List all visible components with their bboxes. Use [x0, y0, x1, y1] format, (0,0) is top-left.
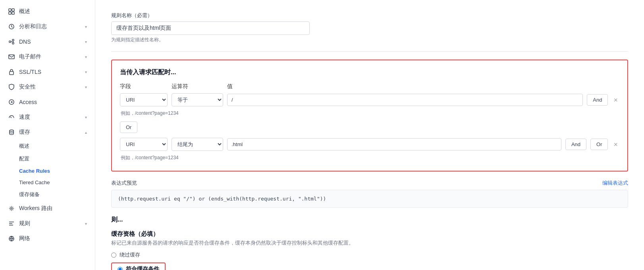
condition2-and-button[interactable]: And: [565, 139, 586, 150]
expression-label: 表达式预览: [111, 179, 137, 187]
condition-column-headers: 字段 运算符 值: [120, 83, 619, 90]
svg-point-12: [11, 208, 12, 209]
sidebar-item-dns[interactable]: DNS ▾: [0, 34, 95, 49]
condition1-value-input[interactable]: [227, 94, 583, 106]
sidebar-item-speed[interactable]: 速度 ▾: [0, 110, 95, 125]
network-icon: [8, 38, 15, 45]
or-separator: Or: [120, 122, 619, 133]
condition2-operator-select[interactable]: 等于 不等于 包含 不包含 结尾为 开头为 匹配正则表达式: [172, 138, 223, 151]
svg-rect-3: [12, 12, 14, 14]
rule-name-section: 规则名称（必需） 为规则指定描述性名称。: [111, 12, 628, 43]
then-title: 则...: [111, 216, 628, 224]
rule-name-hint: 为规则指定描述性名称。: [111, 37, 628, 43]
main-content: 规则名称（必需） 为规则指定描述性名称。 当传入请求匹配时... 字段 运算符 …: [95, 0, 644, 270]
network2-icon: [8, 235, 15, 242]
condition-row-2: URI URI Full 主机名 IP 来源 SSL/HTTPS 等于 不等于 …: [120, 138, 619, 151]
sidebar-item-label: 电子邮件: [19, 53, 41, 60]
svg-point-11: [10, 130, 13, 131]
field-column-header: 字段: [120, 83, 168, 90]
sidebar-item-label: 概述: [19, 8, 30, 15]
bypass-cache-label[interactable]: 绕过缓存: [120, 251, 140, 258]
sidebar-item-email[interactable]: 电子邮件 ▾: [0, 49, 95, 64]
eligible-cache-option-highlighted: 符合缓存条件: [111, 262, 628, 270]
then-section: 则... 缓存资格（必填） 标记已来自源服务器的请求的响应是否符合缓存条件，缓存…: [111, 216, 628, 270]
sidebar-sub-item-cache-config[interactable]: 配置: [19, 152, 95, 165]
condition1-and-button[interactable]: And: [587, 94, 608, 106]
sidebar-item-workers[interactable]: Workers 路由: [0, 201, 95, 216]
svg-rect-0: [9, 9, 11, 11]
chevron-down-icon: ▾: [85, 55, 87, 59]
chevron-down-icon: ▾: [85, 70, 87, 74]
chevron-down-icon: ▾: [85, 222, 87, 226]
expression-box: (http.request.uri eq "/") or (ends_with(…: [111, 190, 628, 208]
eligible-cache-radio[interactable]: [118, 267, 123, 270]
condition2-value-input[interactable]: [227, 138, 561, 150]
chevron-down-icon: ▾: [85, 85, 87, 89]
rules-icon: [8, 220, 15, 227]
expression-preview-section: 表达式预览 编辑表达式 (http.request.uri eq "/") or…: [111, 179, 628, 208]
chevron-down-icon: ▾: [85, 40, 87, 44]
svg-rect-2: [9, 12, 11, 14]
svg-rect-1: [12, 9, 14, 11]
svg-rect-5: [9, 41, 11, 42]
or-button[interactable]: Or: [120, 122, 137, 133]
condition-row-1: URI URI Full 主机名 IP 来源 SSL/HTTPS 等于 不等于 …: [120, 93, 619, 106]
condition1-hint: 例如，/content?page=1234: [120, 110, 619, 117]
arrow-icon: [8, 98, 15, 106]
chart-icon: [8, 23, 15, 30]
sidebar-item-analytics[interactable]: 分析和日志 ▾: [0, 19, 95, 34]
cache-submenu: 概述 配置 Cache Rules Tiered Cache 缓存储备: [0, 140, 95, 201]
sidebar-item-ssl[interactable]: SSL/TLS ▾: [0, 64, 95, 79]
sidebar-item-label: Workers 路由: [19, 205, 52, 212]
speed-icon: [8, 114, 15, 121]
section-divider: [111, 51, 628, 52]
match-section-title: 当传入请求匹配时...: [120, 68, 619, 77]
sidebar-item-label: DNS: [19, 39, 31, 45]
sidebar-sub-item-cache-overview[interactable]: 概述: [19, 140, 95, 152]
sidebar-sub-item-cache-rules[interactable]: Cache Rules: [19, 165, 95, 177]
sidebar-sub-item-cache-storage[interactable]: 缓存储备: [19, 188, 95, 201]
lock-icon: [8, 68, 15, 75]
sidebar-item-access[interactable]: Access: [0, 94, 95, 110]
chevron-down-icon: ▾: [85, 25, 87, 29]
value-column-header: 值: [227, 83, 619, 90]
sidebar-item-label: 缓存: [19, 129, 30, 136]
email-icon: [8, 53, 15, 60]
edit-expression-link[interactable]: 编辑表达式: [602, 179, 628, 187]
condition2-field-select[interactable]: URI URI Full 主机名 IP 来源 SSL/HTTPS: [120, 138, 168, 151]
condition2-or-button[interactable]: Or: [590, 139, 608, 150]
workers-icon: [8, 205, 15, 212]
sidebar-item-label: 速度: [19, 114, 30, 121]
cache-eligibility-section: 缓存资格（必填） 标记已来自源服务器的请求的响应是否符合缓存条件，缓存本身仍然取…: [111, 230, 628, 270]
chevron-up-icon: ▴: [85, 130, 87, 135]
svg-rect-6: [12, 39, 14, 41]
sidebar-item-security[interactable]: 安全性 ▾: [0, 79, 95, 94]
svg-rect-9: [10, 71, 13, 75]
sidebar-item-overview[interactable]: 概述: [0, 4, 95, 19]
sidebar-item-rules[interactable]: 规则 ▾: [0, 216, 95, 231]
shield-icon: [8, 83, 15, 91]
condition1-operator-select[interactable]: 等于 不等于 包含 不包含 结尾为 开头为 匹配正则表达式: [172, 93, 223, 106]
svg-rect-7: [12, 42, 14, 44]
condition1-field-select[interactable]: URI URI Full 主机名 IP 来源 SSL/HTTPS: [120, 93, 168, 106]
grid-icon: [8, 8, 15, 15]
sidebar: 概述 分析和日志 ▾ DNS ▾ 电子邮件 ▾: [0, 0, 95, 270]
rule-name-label: 规则名称（必需）: [111, 12, 628, 19]
condition2-remove-button[interactable]: ×: [612, 140, 619, 149]
condition1-remove-button[interactable]: ×: [612, 96, 619, 104]
eligible-cache-label[interactable]: 符合缓存条件: [126, 266, 159, 270]
sidebar-item-label: 安全性: [19, 83, 36, 91]
sidebar-item-cache[interactable]: 缓存 ▴: [0, 125, 95, 140]
sidebar-item-label: 网络: [19, 235, 30, 242]
cache-icon: [8, 129, 15, 136]
operator-column-header: 运算符: [172, 83, 223, 90]
rule-match-section: 当传入请求匹配时... 字段 运算符 值 URI URI Full 主机名 IP…: [111, 60, 628, 172]
bypass-cache-option: 绕过缓存: [111, 251, 628, 258]
sidebar-item-network[interactable]: 网络: [0, 231, 95, 246]
condition2-hint: 例如，/content?page=1234: [120, 154, 619, 161]
bypass-cache-radio[interactable]: [111, 253, 116, 258]
cache-eligibility-desc: 标记已来自源服务器的请求的响应是否符合缓存条件，缓存本身仍然取决于缓存控制标头和…: [111, 239, 628, 247]
rule-name-input[interactable]: [111, 21, 310, 35]
chevron-down-icon: ▾: [85, 115, 87, 120]
sidebar-sub-item-tiered-cache[interactable]: Tiered Cache: [19, 177, 95, 188]
